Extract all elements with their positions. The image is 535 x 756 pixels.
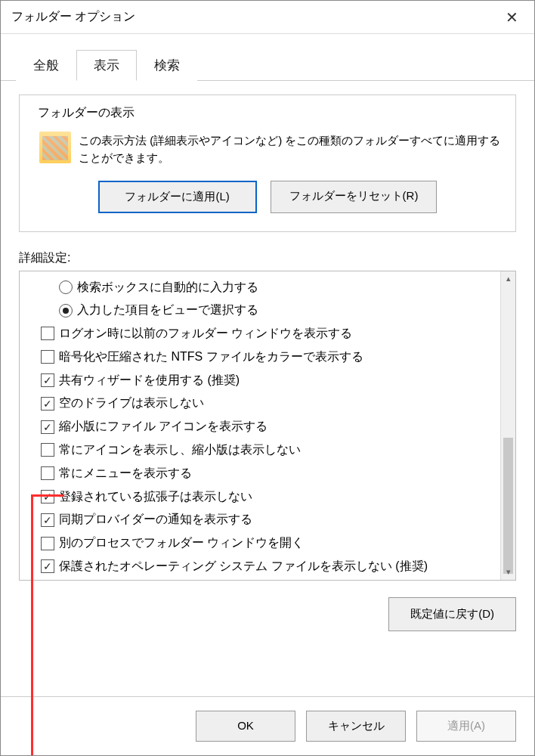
checkbox-icon[interactable] <box>41 443 54 457</box>
list-item-label: 常にアイコンを表示し、縮小版は表示しない <box>59 441 301 460</box>
tab-strip: 全般 表示 検索 <box>1 34 534 81</box>
tab-general[interactable]: 全般 <box>16 50 76 81</box>
list-item[interactable]: 縮小版にファイル アイコンを表示する <box>41 415 512 438</box>
advanced-label: 詳細設定: <box>19 250 516 266</box>
list-item-label: 空のドライブは表示しない <box>59 394 204 413</box>
close-icon[interactable]: ✕ <box>499 5 524 29</box>
ok-button[interactable]: OK <box>196 711 295 742</box>
reset-folders-button[interactable]: フォルダーをリセット(R) <box>271 181 438 213</box>
apply-to-folders-button[interactable]: フォルダーに適用(L) <box>98 181 257 213</box>
list-item-label: 保護されたオペレーティング システム ファイルを表示しない (推奨) <box>59 557 428 576</box>
scroll-up-icon[interactable]: ▴ <box>501 271 515 287</box>
list-item[interactable]: 検索ボックスに自動的に入力する <box>41 276 512 299</box>
list-item[interactable]: 保護されたオペレーティング システム ファイルを表示しない (推奨) <box>41 555 512 578</box>
list-item-label: 縮小版にファイル アイコンを表示する <box>59 417 268 436</box>
list-item-label: 暗号化や圧縮された NTFS ファイルをカラーで表示する <box>59 348 363 367</box>
checkbox-icon[interactable] <box>41 350 54 364</box>
checkbox-icon[interactable] <box>41 537 54 550</box>
list-item[interactable]: 常にアイコンを表示し、縮小版は表示しない <box>41 438 512 462</box>
folder-view-title: フォルダーの表示 <box>35 105 138 121</box>
tab-search[interactable]: 検索 <box>137 50 197 81</box>
list-item[interactable]: 別のプロセスでフォルダー ウィンドウを開く <box>41 531 512 555</box>
restore-defaults-button[interactable]: 既定値に戻す(D) <box>388 597 516 631</box>
list-item[interactable]: 入力した項目をビューで選択する <box>41 299 512 322</box>
scrollbar[interactable]: ▴ ▾ <box>500 271 515 580</box>
checkbox-icon[interactable] <box>41 513 54 527</box>
checkbox-icon[interactable] <box>41 397 54 411</box>
checkbox-icon[interactable] <box>41 373 54 387</box>
radio-icon[interactable] <box>59 304 73 318</box>
list-item[interactable]: 登録されている拡張子は表示しない <box>41 485 512 509</box>
radio-icon[interactable] <box>59 280 73 294</box>
list-item[interactable]: 共有ウィザードを使用する (推奨) <box>41 369 512 392</box>
checkbox-icon[interactable] <box>41 559 54 573</box>
advanced-settings-list[interactable]: 検索ボックスに自動的に入力する入力した項目をビューで選択するログオン時に以前のフ… <box>19 271 516 581</box>
list-item-label: 共有ウィザードを使用する (推奨) <box>59 371 240 390</box>
list-item-label: 入力した項目をビューで選択する <box>77 301 258 320</box>
checkbox-icon[interactable] <box>41 490 54 503</box>
list-item[interactable]: 暗号化や圧縮された NTFS ファイルをカラーで表示する <box>41 345 512 369</box>
checkbox-icon[interactable] <box>41 327 54 340</box>
list-item-label: 別のプロセスでフォルダー ウィンドウを開く <box>59 534 304 553</box>
scroll-down-icon[interactable]: ▾ <box>501 565 515 580</box>
list-item-label: 検索ボックスに自動的に入力する <box>77 278 258 297</box>
folder-icon <box>39 132 71 163</box>
window-title: フォルダー オプション <box>11 9 135 25</box>
list-item-label: 常にメニューを表示する <box>59 464 192 483</box>
folder-view-desc: この表示方法 (詳細表示やアイコンなど) をこの種類のフォルダーすべてに適用する… <box>79 132 502 167</box>
list-item[interactable]: ログオン時に以前のフォルダー ウィンドウを表示する <box>41 322 512 345</box>
checkbox-icon[interactable] <box>41 420 54 434</box>
list-item-label: 登録されている拡張子は表示しない <box>59 488 252 507</box>
cancel-button[interactable]: キャンセル <box>306 711 406 742</box>
list-item-label: ログオン時に以前のフォルダー ウィンドウを表示する <box>59 324 352 343</box>
apply-button[interactable]: 適用(A) <box>416 711 516 742</box>
list-item[interactable]: 常にメニューを表示する <box>41 462 512 485</box>
tab-view[interactable]: 表示 <box>76 50 137 81</box>
list-item-label: 同期プロバイダーの通知を表示する <box>59 510 252 529</box>
list-item[interactable]: 空のドライブは表示しない <box>41 392 512 415</box>
checkbox-icon[interactable] <box>41 466 54 480</box>
folder-view-group: フォルダーの表示 この表示方法 (詳細表示やアイコンなど) をこの種類のフォルダ… <box>19 94 516 232</box>
list-item[interactable]: 同期プロバイダーの通知を表示する <box>41 508 512 531</box>
scroll-thumb[interactable] <box>503 438 513 574</box>
